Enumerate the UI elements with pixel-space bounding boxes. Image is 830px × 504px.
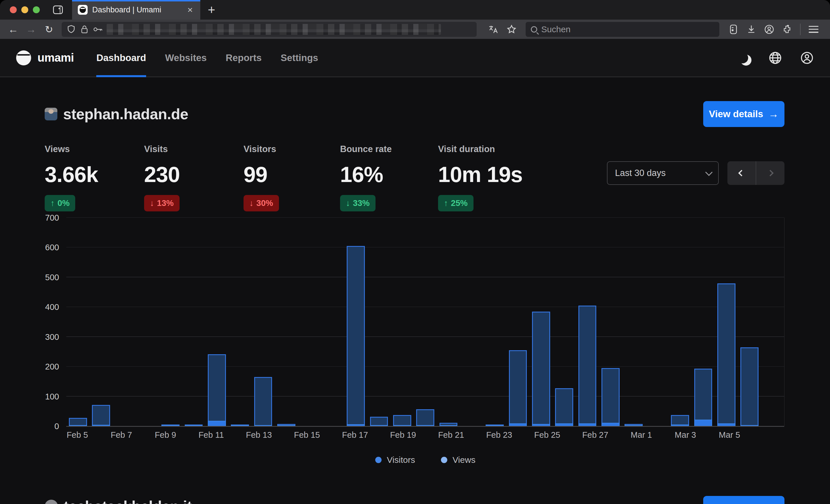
bar-slot-mar-2[interactable] xyxy=(645,218,668,426)
bar-slot-mar-7[interactable] xyxy=(761,218,784,426)
bar-slot-feb-9[interactable] xyxy=(159,218,182,426)
account-icon[interactable] xyxy=(761,22,777,37)
views-bar[interactable] xyxy=(602,368,619,426)
key-icon[interactable] xyxy=(93,26,103,33)
views-bar[interactable] xyxy=(740,347,759,426)
shield-icon[interactable] xyxy=(66,25,76,34)
umami-brand[interactable]: umami xyxy=(16,51,74,65)
stat-value: 230 xyxy=(144,162,244,187)
extensions-icon[interactable] xyxy=(779,22,795,37)
bar-slot-feb-21[interactable] xyxy=(437,218,460,426)
lock-icon[interactable] xyxy=(80,25,89,34)
bar-slot-feb-16[interactable] xyxy=(321,218,344,426)
chevron-down-icon xyxy=(705,168,712,176)
translate-icon[interactable] xyxy=(486,22,502,37)
url-bar[interactable] xyxy=(62,22,477,37)
reload-button[interactable]: ↻ xyxy=(41,22,57,37)
language-globe-icon[interactable] xyxy=(768,51,782,65)
second-view-details-button[interactable]: View details → xyxy=(703,496,785,504)
bar-slot-feb-15[interactable] xyxy=(298,218,321,426)
downloads-icon[interactable] xyxy=(743,22,759,37)
bar-slot-feb-11[interactable] xyxy=(205,218,228,426)
x-tick-label xyxy=(320,430,342,440)
profile-icon[interactable] xyxy=(800,51,814,65)
views-bar[interactable] xyxy=(416,409,434,426)
views-bar[interactable] xyxy=(347,246,365,426)
bar-slot-mar-3[interactable] xyxy=(668,218,691,426)
bar-slot-feb-20[interactable] xyxy=(414,218,437,426)
bar-slot-feb-12[interactable] xyxy=(228,218,252,426)
views-bar[interactable] xyxy=(208,354,226,426)
visitors-bar[interactable] xyxy=(694,419,712,426)
stat-visits: Visits230↓13% xyxy=(144,144,244,211)
bar-slot-feb-8[interactable] xyxy=(136,218,159,426)
prev-period-button[interactable] xyxy=(727,161,756,185)
arrow-right-icon: → xyxy=(768,503,779,504)
x-tick-label xyxy=(272,430,294,440)
nav-item-dashboard[interactable]: Dashboard xyxy=(96,39,146,77)
back-button[interactable]: ← xyxy=(5,22,21,37)
stat-change-value: 33% xyxy=(353,198,370,208)
password-manager-icon[interactable] xyxy=(726,22,741,37)
x-tick-label xyxy=(560,430,582,440)
bar-slot-feb-18[interactable] xyxy=(368,218,390,426)
views-bar[interactable] xyxy=(254,377,272,426)
x-tick-label: Feb 25 xyxy=(534,430,560,440)
close-window-button[interactable] xyxy=(10,6,17,13)
menu-icon[interactable] xyxy=(806,22,821,37)
x-tick-label: Feb 15 xyxy=(294,430,320,440)
views-bar[interactable] xyxy=(555,388,573,426)
x-tick-label xyxy=(740,430,762,440)
views-bar[interactable] xyxy=(694,369,712,426)
next-period-button xyxy=(756,161,785,185)
bar-slot-feb-24[interactable] xyxy=(506,218,530,426)
site-favicon-avatar xyxy=(45,108,57,121)
legend-item-views[interactable]: Views xyxy=(441,455,475,465)
sidebar-toggle-icon[interactable] xyxy=(48,0,68,20)
bar-slot-feb-7[interactable] xyxy=(113,218,136,426)
x-tick-label: Feb 23 xyxy=(486,430,512,440)
views-bar[interactable] xyxy=(532,312,550,426)
nav-item-reports[interactable]: Reports xyxy=(226,39,262,77)
view-details-button[interactable]: View details → xyxy=(703,101,785,127)
y-tick-label: 0 xyxy=(55,422,59,431)
bar-slot-feb-22[interactable] xyxy=(460,218,483,426)
bar-slot-feb-23[interactable] xyxy=(483,218,506,426)
views-bar[interactable] xyxy=(393,415,411,426)
bar-slot-feb-5[interactable] xyxy=(66,218,89,426)
bar-slot-feb-28[interactable] xyxy=(599,218,622,426)
bar-slot-feb-10[interactable] xyxy=(182,218,205,426)
search-input[interactable]: Suchen xyxy=(526,22,719,37)
bar-slot-feb-14[interactable] xyxy=(275,218,298,426)
nav-item-settings[interactable]: Settings xyxy=(281,39,318,77)
zoom-window-button[interactable] xyxy=(33,6,40,13)
theme-toggle-moon-icon[interactable] xyxy=(737,53,751,63)
views-bar[interactable] xyxy=(578,306,597,426)
bar-slot-feb-19[interactable] xyxy=(390,218,414,426)
browser-tab-active[interactable]: Dashboard | Umami × xyxy=(72,0,200,20)
bar-slot-mar-6[interactable] xyxy=(738,218,761,426)
bar-slot-feb-6[interactable] xyxy=(89,218,113,426)
new-tab-button[interactable]: + xyxy=(200,0,223,20)
date-range-select[interactable]: Last 30 days xyxy=(607,161,719,185)
views-bar[interactable] xyxy=(717,283,735,426)
views-bar[interactable] xyxy=(509,350,527,426)
bar-slot-feb-13[interactable] xyxy=(252,218,275,426)
views-bar[interactable] xyxy=(92,405,110,426)
visitors-bar[interactable] xyxy=(208,421,226,426)
legend-item-visitors[interactable]: Visitors xyxy=(375,455,415,465)
bar-slot-feb-25[interactable] xyxy=(530,218,552,426)
nav-item-websites[interactable]: Websites xyxy=(165,39,206,77)
bar-slot-feb-27[interactable] xyxy=(576,218,599,426)
bar-slot-feb-26[interactable] xyxy=(553,218,576,426)
bar-slot-mar-1[interactable] xyxy=(622,218,645,426)
bar-slot-mar-4[interactable] xyxy=(692,218,715,426)
arrow-up-icon: ↑ xyxy=(51,198,55,208)
bar-slot-mar-5[interactable] xyxy=(715,218,738,426)
minimize-window-button[interactable] xyxy=(21,6,28,13)
tab-title: Dashboard | Umami xyxy=(92,5,181,14)
legend-dot-icon xyxy=(375,457,382,463)
bar-slot-feb-17[interactable] xyxy=(344,218,367,426)
bookmark-star-icon[interactable] xyxy=(504,22,519,37)
close-tab-icon[interactable]: × xyxy=(186,5,195,15)
